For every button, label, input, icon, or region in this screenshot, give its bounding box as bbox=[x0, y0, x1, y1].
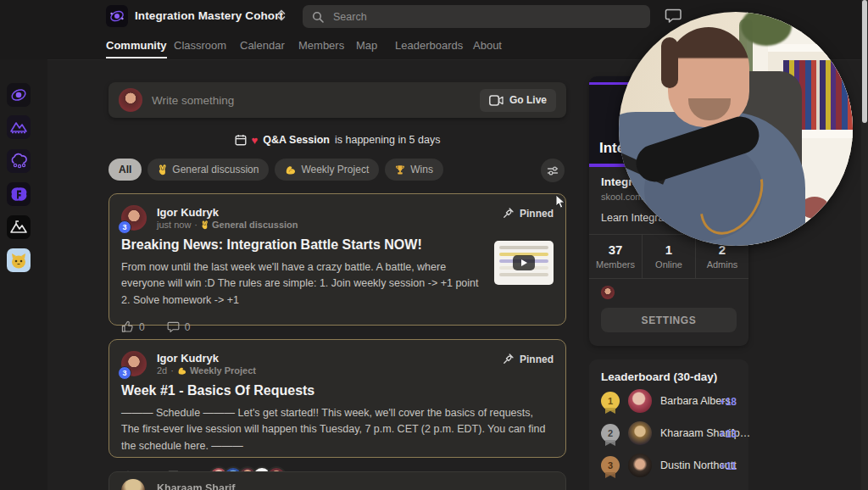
rail-item-cat-community[interactable] bbox=[7, 248, 31, 272]
go-live-button[interactable]: Go Live bbox=[480, 89, 556, 112]
post-category[interactable]: General discussion bbox=[212, 220, 298, 230]
post-body[interactable]: From now until the last week we'll have … bbox=[121, 259, 486, 309]
post-title[interactable]: Week #1 - Basics Of Requests bbox=[121, 383, 554, 398]
chat-icon[interactable] bbox=[665, 8, 682, 24]
feed-sort-filter-button[interactable] bbox=[541, 159, 565, 182]
tab-community[interactable]: Community bbox=[106, 32, 167, 58]
member-avatar-row[interactable] bbox=[601, 286, 737, 299]
stat-members[interactable]: 37 Members bbox=[589, 235, 642, 278]
pin-icon bbox=[502, 207, 515, 220]
leaderboard-points: +18 bbox=[720, 396, 737, 408]
thumb-row bbox=[499, 246, 548, 249]
presenter-hair bbox=[661, 37, 678, 88]
play-button-icon[interactable] bbox=[513, 255, 535, 270]
post-header: 3 Igor Kudryk 2d · Weekly Project bbox=[121, 351, 554, 378]
tab-about[interactable]: About bbox=[473, 32, 502, 58]
leaderboard-avatar bbox=[628, 421, 652, 445]
tab-classroom[interactable]: Classroom bbox=[174, 32, 226, 58]
filter-general-discussion[interactable]: General discussion bbox=[147, 159, 269, 181]
post-body[interactable]: ——— Schedule ——— Let's get started!! Thi… bbox=[121, 405, 549, 454]
flexed-biceps-icon bbox=[285, 164, 296, 175]
author-name: Kharaam Sharif bbox=[157, 482, 235, 490]
comment-button[interactable]: 0 bbox=[167, 321, 191, 333]
members-label: Members bbox=[589, 259, 642, 270]
filter-all[interactable]: All bbox=[108, 159, 142, 181]
level-badge: 3 bbox=[118, 366, 131, 380]
tab-calendar[interactable]: Calendar bbox=[240, 32, 285, 58]
post-time: 2d bbox=[157, 365, 167, 376]
rail-item-integration-mastery[interactable] bbox=[7, 83, 31, 107]
settings-button[interactable]: SETTINGS bbox=[601, 308, 737, 332]
post-meta: 2d · Weekly Project bbox=[157, 365, 256, 376]
like-button[interactable]: 0 bbox=[121, 320, 145, 333]
event-suffix: is happening in 5 days bbox=[335, 134, 440, 146]
leaderboard-card: Leaderboard (30-day) 1 Barbara Albers +1… bbox=[589, 359, 748, 490]
leaderboard-points: +11 bbox=[720, 460, 737, 472]
post-meta: just now · General discussion bbox=[157, 220, 298, 230]
filter-wins[interactable]: Wins bbox=[385, 159, 443, 181]
rail-item-f-logo-community[interactable] bbox=[7, 182, 31, 206]
post-card-week-1[interactable]: 3 Igor Kudryk 2d · Weekly Project bbox=[108, 339, 566, 458]
filter-all-label: All bbox=[119, 164, 131, 175]
pinned-indicator: Pinned bbox=[502, 353, 554, 365]
tab-community-label: Community bbox=[106, 39, 167, 52]
tab-leaderboards[interactable]: Leaderboards bbox=[395, 32, 463, 58]
leaderboard-row[interactable]: 2 Kharaam Sharifp… +13 bbox=[601, 419, 737, 451]
tab-map-label: Map bbox=[356, 39, 377, 52]
pinned-label: Pinned bbox=[520, 208, 554, 220]
community-name[interactable]: Integration Mastery Cohort bbox=[135, 9, 283, 22]
community-feed: Write something Go Live bbox=[108, 59, 566, 490]
online-label: Online bbox=[643, 259, 695, 270]
victory-hand-icon bbox=[158, 164, 167, 175]
author-name[interactable]: Igor Kudryk bbox=[157, 206, 219, 219]
like-count: 0 bbox=[139, 321, 145, 333]
comment-count: 0 bbox=[185, 321, 191, 333]
post-composer[interactable]: Write something Go Live bbox=[108, 82, 566, 118]
bronze-medal-icon: 3 bbox=[601, 456, 620, 475]
search-bar[interactable] bbox=[303, 5, 650, 28]
leaderboard-points: +13 bbox=[720, 428, 737, 440]
video-thumbnail[interactable] bbox=[494, 241, 554, 285]
online-count: 1 bbox=[643, 242, 695, 257]
stat-online[interactable]: 1 Online bbox=[642, 235, 695, 278]
post-card-breaking-news[interactable]: 3 Igor Kudryk just now · General discuss… bbox=[108, 193, 566, 326]
post-header: 3 Igor Kudryk just now · General discuss… bbox=[121, 205, 554, 232]
go-live-label: Go Live bbox=[509, 94, 547, 106]
post-category[interactable]: Weekly Project bbox=[190, 365, 256, 376]
leaderboard-name[interactable]: Kharaam Sharifp… bbox=[660, 427, 750, 439]
upcoming-event-banner[interactable]: ♥ Q&A Session is happening in 5 days bbox=[108, 131, 566, 148]
leaderboard-row[interactable]: 1 Barbara Albers +18 bbox=[601, 387, 737, 419]
rail-item-peak-community[interactable] bbox=[7, 215, 31, 239]
meta-separator: · bbox=[170, 365, 174, 376]
tab-map[interactable]: Map bbox=[356, 32, 377, 58]
post-footer: 0 0 bbox=[121, 320, 554, 333]
leaderboard-row[interactable]: 3 Dustin Northcutt +11 bbox=[601, 451, 737, 483]
calendar-icon bbox=[235, 134, 247, 146]
rail-item-cloud-community[interactable] bbox=[7, 149, 31, 173]
community-switcher-icon[interactable] bbox=[276, 8, 287, 23]
tab-classroom-label: Classroom bbox=[174, 39, 226, 52]
filter-weekly-project[interactable]: Weekly Project bbox=[275, 159, 379, 181]
tab-members[interactable]: Members bbox=[298, 32, 344, 58]
community-switcher-rail bbox=[0, 59, 47, 490]
post-card-partial[interactable]: Kharaam Sharif bbox=[108, 471, 566, 490]
page-scrollbar[interactable] bbox=[861, 0, 868, 490]
community-logo-icon[interactable] bbox=[106, 5, 128, 27]
tab-calendar-label: Calendar bbox=[240, 39, 285, 52]
leaderboard-avatar bbox=[628, 454, 652, 477]
author-name[interactable]: Igor Kudryk bbox=[157, 352, 219, 365]
author-avatar[interactable]: 3 bbox=[121, 351, 147, 376]
rail-item-mountain-community[interactable] bbox=[7, 115, 31, 139]
pinned-label: Pinned bbox=[520, 354, 554, 365]
divider bbox=[589, 278, 748, 279]
search-icon bbox=[312, 11, 324, 23]
author-avatar[interactable]: 3 bbox=[121, 205, 147, 231]
tab-leaderboards-label: Leaderboards bbox=[395, 39, 463, 52]
silver-medal-icon: 2 bbox=[601, 424, 620, 443]
member-avatar bbox=[601, 286, 615, 299]
leaderboard-title: Leaderboard (30-day) bbox=[589, 359, 748, 387]
scrollbar-thumb[interactable] bbox=[862, 0, 867, 123]
search-input[interactable] bbox=[331, 10, 641, 24]
post-title[interactable]: Breaking News: Integration Battle Starts… bbox=[121, 237, 554, 253]
composer-placeholder[interactable]: Write something bbox=[152, 94, 470, 107]
